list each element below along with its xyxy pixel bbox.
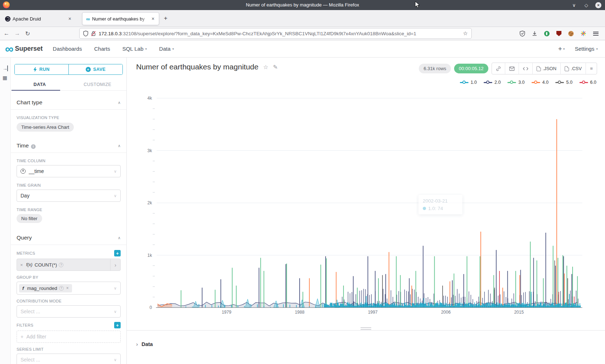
- series-limit-select[interactable]: Select ... ∨: [17, 354, 121, 364]
- data-panel-label: Data: [142, 341, 153, 347]
- add-filter-dropzone[interactable]: +Add filter: [17, 331, 121, 343]
- nav-dashboards[interactable]: Dashboards: [53, 46, 82, 52]
- expand-metric-icon[interactable]: ›: [110, 259, 120, 270]
- viz-type-label: VISUALIZATION TYPE: [17, 115, 121, 120]
- chevron-down-icon: ▾: [172, 47, 174, 51]
- tab-customize[interactable]: CUSTOMIZE: [69, 79, 127, 90]
- svg-text:3k: 3k: [147, 148, 152, 153]
- time-column-label: TIME COLUMN: [17, 159, 121, 163]
- help-icon: ?: [59, 263, 63, 267]
- filters-label: FILTERS: [17, 323, 33, 327]
- help-icon: ?: [59, 286, 64, 291]
- contribution-mode-select[interactable]: Select ... ∨: [17, 305, 121, 318]
- reload-button[interactable]: ↻: [25, 30, 30, 37]
- tab-superset-explore[interactable]: ∞ Numer of earthquakes by ×: [82, 12, 159, 25]
- series-dot-icon: [423, 207, 426, 210]
- plus-circle-icon: +: [86, 67, 91, 72]
- browser-toolbar: ← → ↻ 172.18.0.3:32108/superset/explore/…: [0, 27, 605, 40]
- chevron-down-icon: ∨: [114, 286, 117, 291]
- url-text: 172.18.0.3:32108/superset/explore/?form_…: [99, 31, 460, 36]
- new-item-button[interactable]: +▾: [558, 45, 565, 53]
- window-close-icon[interactable]: ×: [595, 2, 601, 8]
- tooltip-date: 2002-03-21: [423, 198, 458, 204]
- superset-favicon: ∞: [86, 16, 90, 22]
- window-minimize-icon[interactable]: ∨: [571, 3, 577, 8]
- superset-infinity-icon: ∞: [5, 44, 13, 54]
- tab-apache-druid[interactable]: Apache Druid ×: [1, 12, 76, 25]
- save-button[interactable]: + SAVE: [68, 64, 122, 74]
- svg-text:0: 0: [149, 305, 152, 310]
- back-button[interactable]: ←: [4, 30, 9, 37]
- dataset-grid-icon[interactable]: ▦: [3, 75, 7, 81]
- forward-button[interactable]: →: [14, 30, 20, 37]
- svg-text:1979: 1979: [222, 310, 232, 315]
- ublock-shield-icon[interactable]: [556, 31, 561, 36]
- tab-label: Apache Druid: [13, 16, 66, 22]
- url-bar[interactable]: 172.18.0.3:32108/superset/explore/?form_…: [79, 28, 472, 39]
- chart-canvas[interactable]: 01k2k3k4k19791988199720062015: [127, 58, 605, 342]
- chevron-down-icon: ∨: [114, 194, 117, 198]
- svg-text:1k: 1k: [147, 253, 152, 258]
- group-by-select[interactable]: f mag_rounded ? × ∨: [17, 282, 121, 295]
- tab-strip: Apache Druid × ∞ Numer of earthquakes by…: [0, 10, 605, 27]
- viz-type-pill[interactable]: Time-series Area Chart: [17, 123, 74, 132]
- tab-label: Numer of earthquakes by: [92, 16, 149, 22]
- svg-text:2015: 2015: [514, 310, 524, 315]
- series-limit-label: SERIES LIMIT: [17, 347, 121, 351]
- extension-green-icon[interactable]: [544, 31, 550, 36]
- chevron-down-icon: ▾: [145, 47, 147, 51]
- metrics-label: METRICS: [17, 251, 35, 255]
- svg-text:2006: 2006: [441, 310, 451, 315]
- bookmark-star-icon[interactable]: ☆: [463, 30, 468, 37]
- lightning-icon: [33, 67, 37, 72]
- section-time[interactable]: Timei ∧: [17, 142, 121, 149]
- nav-charts[interactable]: Charts: [94, 46, 110, 52]
- chevron-down-icon: ▾: [596, 47, 598, 51]
- superset-logo[interactable]: ∞ Superset: [5, 44, 43, 54]
- chevron-down-icon: ▾: [563, 47, 565, 51]
- remove-groupby-icon[interactable]: ×: [66, 286, 69, 291]
- info-icon: i: [31, 144, 36, 149]
- download-icon[interactable]: [532, 31, 537, 36]
- chart-tooltip: 2002-03-21 1.0: 74: [418, 195, 462, 214]
- svg-text:4k: 4k: [147, 96, 152, 101]
- nav-settings[interactable]: Settings▾: [575, 46, 598, 52]
- tracking-shield-icon[interactable]: [83, 31, 88, 36]
- time-column-select[interactable]: __time ∨: [17, 165, 121, 177]
- multicolor-asterisk-icon[interactable]: [581, 31, 586, 36]
- time-range-pill[interactable]: No filter: [17, 214, 42, 223]
- nav-data[interactable]: Data▾: [159, 46, 174, 52]
- superset-navbar: ∞ Superset Dashboards Charts SQL Lab▾ Da…: [0, 40, 605, 58]
- section-query[interactable]: Query∧: [17, 235, 121, 241]
- chevron-right-icon: ›: [136, 341, 138, 347]
- add-metric-button[interactable]: +: [114, 250, 121, 256]
- run-button[interactable]: RUN: [15, 64, 68, 74]
- section-chart-type[interactable]: Chart type∧: [17, 99, 121, 106]
- tab-close-icon[interactable]: ×: [151, 16, 155, 22]
- time-grain-select[interactable]: Day ∨: [17, 190, 121, 202]
- data-panel-toggle[interactable]: › Data: [136, 341, 153, 347]
- add-filter-button[interactable]: +: [114, 322, 121, 328]
- tab-data[interactable]: DATA: [11, 79, 69, 90]
- window-restore-icon[interactable]: ◇: [583, 3, 590, 8]
- contribution-mode-label: CONTRIBUTION MODE: [17, 299, 121, 303]
- time-grain-label: TIME GRAIN: [17, 183, 121, 187]
- new-tab-button[interactable]: +: [164, 15, 167, 22]
- remove-metric-icon[interactable]: ×: [17, 262, 26, 268]
- metric-item[interactable]: × f(x) COUNT(*) ? ›: [17, 259, 121, 271]
- mouse-cursor: [415, 1, 420, 8]
- nav-sql-lab[interactable]: SQL Lab▾: [122, 46, 147, 52]
- pocket-shield-icon[interactable]: [520, 31, 525, 37]
- insecure-lock-icon[interactable]: [91, 31, 96, 36]
- cookie-extension-icon[interactable]: [568, 31, 574, 36]
- chevron-up-icon: ∧: [118, 100, 121, 105]
- group-by-pill[interactable]: f mag_rounded ? ×: [19, 284, 72, 292]
- time-range-label: TIME RANGE: [17, 208, 121, 212]
- group-by-label: GROUP BY: [17, 275, 121, 279]
- tab-close-icon[interactable]: ×: [68, 16, 72, 22]
- clock-icon: [21, 169, 26, 174]
- expand-datasource-icon[interactable]: →​: [3, 65, 8, 71]
- function-icon: f: [22, 286, 24, 291]
- brand-name: Superset: [15, 45, 43, 53]
- menu-hamburger-icon[interactable]: [593, 32, 599, 36]
